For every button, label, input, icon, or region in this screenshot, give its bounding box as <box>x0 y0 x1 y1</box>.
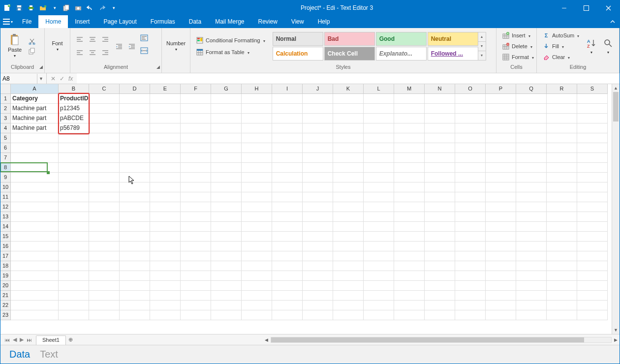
cell[interactable] <box>364 271 394 281</box>
cell[interactable] <box>333 173 364 182</box>
cell[interactable] <box>242 222 272 232</box>
cell[interactable] <box>120 94 150 104</box>
cell[interactable] <box>150 301 181 310</box>
cell[interactable] <box>150 114 181 123</box>
cell[interactable] <box>272 163 303 173</box>
cell[interactable] <box>120 251 150 261</box>
cell[interactable] <box>455 251 486 261</box>
qat-more-icon[interactable]: ▾ <box>110 4 118 12</box>
cell[interactable] <box>516 232 547 242</box>
conditional-formatting-button[interactable]: Conditional Formatting <box>194 35 267 45</box>
cell[interactable] <box>577 143 608 153</box>
cell[interactable] <box>242 173 272 182</box>
cell[interactable] <box>303 222 333 232</box>
cell[interactable] <box>211 261 242 271</box>
style-checkcell[interactable]: Check Cell <box>324 47 375 61</box>
clear-button[interactable]: Clear <box>541 52 581 62</box>
paste-button[interactable]: Paste ▾ <box>4 30 25 62</box>
row-header[interactable]: 8 <box>0 163 11 173</box>
horizontal-scrollbar[interactable]: ◀▶ <box>263 334 620 345</box>
cell[interactable] <box>455 301 486 310</box>
cell[interactable] <box>120 232 150 242</box>
cell[interactable] <box>577 291 608 301</box>
cell[interactable] <box>364 114 394 123</box>
row-header[interactable]: 19 <box>0 271 11 281</box>
cell[interactable] <box>11 310 59 320</box>
merge-cells[interactable] <box>140 47 151 58</box>
cell[interactable] <box>303 251 333 261</box>
cell[interactable] <box>364 222 394 232</box>
align-right[interactable] <box>100 47 111 58</box>
minimize-button[interactable]: ─ <box>553 0 575 15</box>
delete-button[interactable]: Delete <box>500 41 535 51</box>
cell[interactable] <box>181 123 211 133</box>
cell[interactable] <box>211 104 242 114</box>
cell[interactable] <box>425 232 455 242</box>
cell[interactable] <box>547 104 577 114</box>
cell[interactable] <box>11 251 59 261</box>
cell[interactable] <box>455 143 486 153</box>
col-header-A[interactable]: A <box>11 84 59 94</box>
cell[interactable] <box>425 143 455 153</box>
cell[interactable] <box>120 271 150 281</box>
cell[interactable] <box>516 173 547 182</box>
cell[interactable] <box>150 182 181 192</box>
cell[interactable] <box>120 114 150 123</box>
column-headers[interactable]: ABCDEFGHIJKLMNOPQRS <box>11 84 612 94</box>
chevron-down-icon[interactable]: ▾ <box>51 4 59 12</box>
cell[interactable] <box>59 310 89 320</box>
cell[interactable] <box>333 104 364 114</box>
cell[interactable] <box>455 173 486 182</box>
cell[interactable] <box>577 94 608 104</box>
enter-icon[interactable]: ✓ <box>60 75 64 82</box>
vertical-scrollbar[interactable]: ▲ ▼ <box>612 84 620 334</box>
cell[interactable] <box>303 261 333 271</box>
cell[interactable] <box>577 163 608 173</box>
cell[interactable] <box>59 143 89 153</box>
cell[interactable] <box>181 114 211 123</box>
cell[interactable] <box>394 153 425 163</box>
cell[interactable] <box>11 232 59 242</box>
cell[interactable] <box>333 251 364 261</box>
cell[interactable] <box>181 133 211 143</box>
cell[interactable] <box>455 291 486 301</box>
cell[interactable] <box>211 291 242 301</box>
cell[interactable] <box>272 301 303 310</box>
cell[interactable] <box>425 123 455 133</box>
cell[interactable] <box>486 192 516 202</box>
cell[interactable] <box>181 261 211 271</box>
align-top-center[interactable] <box>87 34 98 45</box>
cell[interactable] <box>242 104 272 114</box>
cell[interactable] <box>181 301 211 310</box>
cell[interactable] <box>455 192 486 202</box>
styles-gallery[interactable]: NormalBadGoodNeutralCalculationCheck Cel… <box>273 32 478 61</box>
cell[interactable] <box>425 163 455 173</box>
cell[interactable] <box>333 261 364 271</box>
cell[interactable] <box>486 163 516 173</box>
cell[interactable] <box>150 310 181 320</box>
copy-icon[interactable] <box>62 4 70 12</box>
cell[interactable] <box>89 133 120 143</box>
cell[interactable] <box>150 291 181 301</box>
cell[interactable] <box>272 291 303 301</box>
row-header[interactable]: 20 <box>0 281 11 291</box>
cell[interactable] <box>455 202 486 212</box>
cell[interactable] <box>486 232 516 242</box>
cell[interactable] <box>364 104 394 114</box>
select-all-corner[interactable] <box>0 84 11 94</box>
cell[interactable] <box>547 222 577 232</box>
cell[interactable] <box>150 212 181 222</box>
cell[interactable] <box>272 173 303 182</box>
cell[interactable] <box>181 104 211 114</box>
tab-page-layout[interactable]: Page Layout <box>96 15 143 28</box>
cell[interactable] <box>89 261 120 271</box>
cell[interactable] <box>333 281 364 291</box>
cell[interactable] <box>516 104 547 114</box>
col-header-P[interactable]: P <box>486 84 516 94</box>
formula-input[interactable] <box>77 73 620 84</box>
cell[interactable] <box>120 301 150 310</box>
cell[interactable] <box>89 173 120 182</box>
cell[interactable] <box>11 222 59 232</box>
cell[interactable] <box>59 261 89 271</box>
cell[interactable] <box>120 310 150 320</box>
